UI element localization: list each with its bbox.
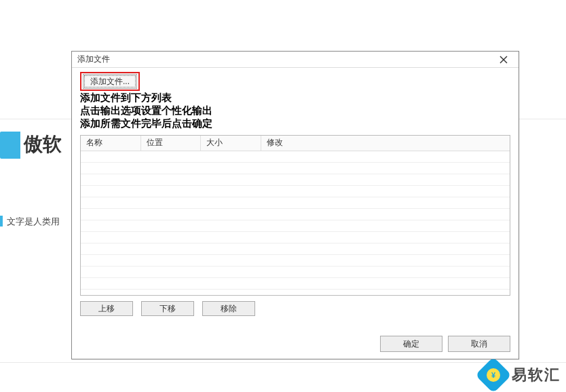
sidebar-text: 文字是人类用 — [7, 216, 60, 228]
remove-button[interactable]: 移除 — [202, 301, 255, 316]
dialog-title: 添加文件 — [77, 54, 110, 65]
column-header-location[interactable]: 位置 — [140, 136, 200, 151]
hint-line-2: 点击输出选项设置个性化输出 — [80, 105, 510, 117]
move-down-button[interactable]: 下移 — [141, 301, 194, 316]
file-list-table[interactable]: 名称 位置 大小 修改 — [80, 135, 510, 296]
watermark-text: 易软汇 — [512, 365, 561, 385]
table-row[interactable] — [81, 220, 510, 231]
watermark-icon: ¥ — [475, 357, 512, 392]
table-row[interactable] — [81, 277, 510, 289]
table-row[interactable] — [81, 208, 510, 220]
hint-line-1: 添加文件到下方列表 — [80, 92, 510, 104]
column-header-size[interactable]: 大小 — [201, 136, 261, 151]
table-row[interactable] — [81, 197, 510, 208]
highlight-box: 添加文件... — [80, 72, 140, 91]
table-row[interactable] — [81, 162, 510, 174]
close-icon[interactable] — [491, 52, 516, 67]
column-header-name[interactable]: 名称 — [81, 136, 140, 151]
background-logo-text: 傲软 — [24, 132, 62, 157]
column-header-modified[interactable]: 修改 — [261, 136, 510, 151]
table-row[interactable] — [81, 243, 510, 254]
table-row[interactable] — [81, 231, 510, 243]
move-up-button[interactable]: 上移 — [80, 301, 133, 316]
table-row[interactable] — [81, 185, 510, 197]
table-row[interactable] — [81, 151, 510, 162]
watermark: ¥ 易软汇 — [480, 362, 561, 388]
add-file-button[interactable]: 添加文件... — [83, 74, 137, 89]
add-file-dialog: 添加文件 添加文件... 添加文件到下方列表 点击输出选项设置个性化输出 添加所… — [71, 51, 519, 359]
table-row[interactable] — [81, 174, 510, 185]
table-row[interactable] — [81, 266, 510, 277]
dialog-titlebar: 添加文件 — [72, 52, 518, 68]
table-row[interactable] — [81, 254, 510, 266]
sidebar-accent — [0, 216, 3, 227]
ok-button[interactable]: 确定 — [380, 336, 442, 352]
background-logo-block — [0, 132, 20, 159]
hint-line-3: 添加所需文件完毕后点击确定 — [80, 118, 510, 130]
cancel-button[interactable]: 取消 — [448, 336, 510, 352]
